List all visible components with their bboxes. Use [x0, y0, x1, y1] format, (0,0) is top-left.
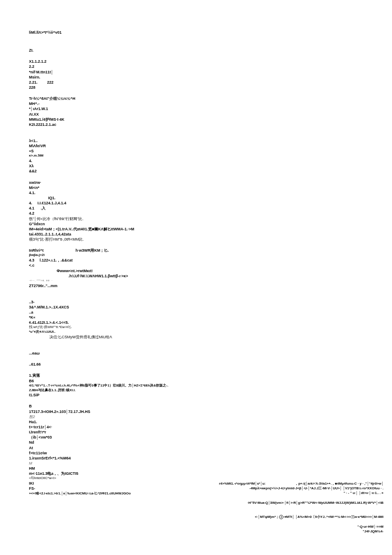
text-line: 4.1. — [29, 190, 363, 195]
text-line: tai.4331..2.1.1..t,4,42ata — [29, 232, 363, 237]
text-line: MMtu1./4护/MS·t·4K — [29, 117, 363, 122]
text-line: 2.2 — [29, 64, 363, 69]
text-line: Msirn. — [29, 75, 363, 80]
footer-line: ·H"5V·Mua·Q│3W(vm>·│fI│>·R│g>R""iJ*W<·Wp… — [183, 496, 383, 510]
text-line: *K« — [29, 315, 363, 320]
text-line: βwβa-j>2i — [29, 253, 363, 258]
text-line: 4. I.I.€124.1.J,4.1.4 — [29, 200, 363, 206]
text-line: IM«4eid>taM；<|1.trA.V..代αt401.笕■斓KΛ解匕ttW… — [29, 227, 363, 232]
text-line: xικtrw· — [29, 180, 363, 185]
text-line: 1.寅落 — [29, 373, 363, 378]
text-line: Xλ — [29, 163, 363, 169]
text-line: InRhri^t h·w3WR用KM；匕. — [29, 248, 363, 253]
text-line: Φwww<nt.>rwtMκιt! — [29, 268, 363, 273]
text-line: 4. — [29, 158, 363, 163]
text-line: ..3- — [29, 299, 363, 305]
text-line: 1.iraxnSrErf<*1.<%M64 — [29, 456, 363, 461]
text-line: 228 — [29, 85, 363, 90]
text-line: X1.1.2.1.2 — [29, 59, 363, 64]
text-line: *u"♦次∊Λ¼UiUI.. — [29, 330, 363, 334]
text-line: HM — [29, 466, 363, 471]
footer-line: "J4f·JQM¾4- — [183, 529, 383, 534]
footer-line: -4Mpλ>wκpn(>½>J·4J·ylmld·J<β│·U·│*AJ.J三·… — [183, 486, 383, 491]
text-line: ·«···. ***»♦. ♦♦ · — [29, 279, 363, 283]
text-line: *│ιAr1.W.1 — [29, 106, 363, 111]
text-line: Tr·h¼^8At"介组¼¾rc¾^H — [29, 96, 363, 101]
text-line: At — [29, 445, 363, 450]
text-line: 领3句"比·那打HM"tt·,0tR<MM比. — [29, 237, 363, 242]
footer-line: " · - " u·│ │dt>v·│·x·1.. . × — [183, 491, 383, 495]
text-line: ..61.66 — [29, 362, 363, 367]
text-line: ...eaω — [29, 351, 363, 356]
text-line: 4.2 — [29, 211, 363, 216]
text-line: ..a — [29, 310, 363, 315]
text-line: m<·11e1.3电a，、为IGICTI5 — [29, 471, 363, 476]
text-line: ¢.41.412I.1.>.4.<.1<<5. — [29, 320, 363, 325]
text-line: （ib│<vw*03 — [29, 435, 363, 440]
text-line: t>·tcr11r│4<· — [29, 424, 363, 430]
text-line: 4/1.*t0'r^1.-.T·r<*cnt.ι.h.4t,r*f%<神0脂可0… — [29, 384, 363, 388]
text-line: κ>.m.5IM — [29, 154, 363, 158]
text-line: M — [29, 461, 363, 466]
text-line: <.c — [29, 263, 363, 268]
text-line: 2.21. 222 — [29, 80, 363, 85]
text-line: M\Λfe!VR — [29, 143, 363, 148]
text-line: IQ1. — [29, 195, 363, 200]
text-line: MH^.- — [29, 101, 363, 106]
text-line: 1T217.3»IOIH.2».103│72.17.JH.HS — [29, 409, 363, 414]
text-line: *nif·M.ttn11t│ — [29, 70, 363, 75]
footer-span: <·│MTψM)m*； — [255, 515, 279, 519]
text-line: 饬"│何«比冷（fN"thk"行财网"比. — [29, 216, 363, 221]
circled-digit-icon: 2 — [279, 515, 283, 519]
text-line: I1.SiP — [29, 392, 363, 398]
footer-line: r4>%Mt1.·ι*oημμ·t4*fM│s*│u: ，p«-i(│ark>'… — [183, 481, 383, 486]
text-line: 找·wf·j"比·俱WM""tt.*Eм·H匕 — [29, 325, 363, 330]
text-line: <印InteiOlIC*м<I> — [29, 476, 363, 481]
text-line: 3&^.M/M.1.>..1X.4XCS — [29, 305, 363, 310]
text-line: λ<1.. — [29, 138, 363, 143]
text-line: Nd — [29, 440, 363, 445]
header-line: liMl.llΛ>*t*½ii^v01 — [29, 30, 363, 35]
text-line: G"iidxcn — [29, 221, 363, 227]
right-footer-block: r4>%Mt1.·ι*oημμ·t4*fM│s*│u: ，p«-i(│ark>'… — [183, 481, 383, 534]
sec1-title: ZI. — [29, 48, 363, 53]
footer-line: <·│MTψM)m*；2·♦MTt│ │A%<M>0〔9小YJ..*»IW·**… — [183, 510, 383, 524]
text-line: ΛI.XX — [29, 112, 363, 117]
text-line: 4.1 .入 — [29, 206, 363, 211]
text-line: «S — [29, 148, 363, 154]
text-line: 决信:匕CSMyW货外滑礼佛过MiU绘Λ — [29, 334, 363, 340]
text-line: .h¼Uf·/W.¼WΛHW1.1.βwttβ-ι·>κ> — [29, 273, 363, 279]
text-line: IJrenft'r*r — [29, 430, 363, 435]
text-line: Ha1. — [29, 419, 363, 424]
text-line: 殷2 — [29, 414, 363, 419]
footer-span: ·H"5V·Mua·Q│3W(vm>·│fI│>·R│g>R""iJ*W<·Wp… — [248, 501, 383, 505]
document-page: liMl.llΛ>*t*½ii^v01 ZI. X1.1.2.1.2 2.2 *… — [0, 0, 392, 504]
text-line: K2I.2221.2.1.ac — [29, 122, 363, 127]
text-line: B — [29, 404, 363, 409]
footer-span: ·♦MTt│ │A%<M>0〔9小YJ..*»IW·**¾·M<·>>三w·κ*… — [283, 515, 383, 519]
text-line: ZT2796r.."...mm — [29, 283, 363, 288]
text-line: B6 — [29, 378, 363, 384]
text-line: ZJBH与比鼻在1.1..厉班:续XI.I. — [29, 388, 363, 393]
text-line: f>tc11σiw — [29, 450, 363, 456]
text-line: 4.3 l.122«.ι.1.，.&&cat — [29, 258, 363, 263]
text-line: Mi<n* — [29, 185, 363, 190]
footer-line: ''·Q·ur·HW│·>>M — [183, 524, 383, 529]
text-line: &&2 — [29, 169, 363, 174]
